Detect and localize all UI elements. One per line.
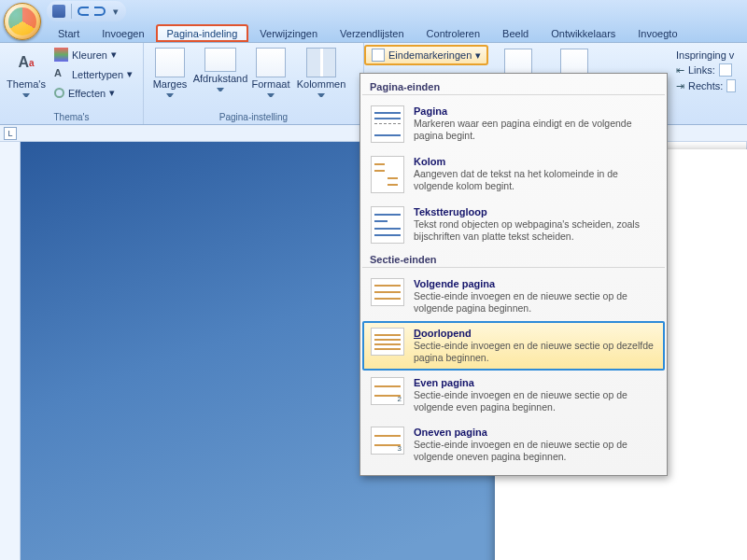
- office-button[interactable]: [4, 3, 41, 40]
- menu-item-even-pagina[interactable]: 2 Even paginaSectie-einde invoegen en de…: [362, 371, 665, 420]
- tab-ontwikkelaars[interactable]: Ontwikkelaars: [540, 24, 627, 42]
- textwrap-break-icon: [371, 206, 404, 244]
- fonts-icon: A: [54, 67, 68, 81]
- indent-header: Inspringing v: [676, 49, 736, 61]
- column-break-icon: [371, 156, 404, 193]
- margins-icon: [155, 48, 185, 77]
- group-inspringing: Inspringing v ⇤Links: ⇥Rechts:: [669, 43, 747, 94]
- redo-icon[interactable]: [94, 7, 106, 16]
- title-bar: ▾: [0, 0, 747, 22]
- tab-verzendlijsten[interactable]: Verzendlijsten: [329, 24, 416, 42]
- size-icon: [256, 48, 286, 77]
- tab-controleren[interactable]: Controleren: [416, 24, 491, 42]
- menu-item-pagina[interactable]: PaginaMarkeren waar een pagina eindigt e…: [362, 99, 665, 149]
- menu-item-oneven-pagina[interactable]: 3 Oneven paginaSectie-einde invoegen en …: [362, 420, 665, 469]
- kolommen-button[interactable]: Kolommen: [295, 46, 347, 103]
- marges-button[interactable]: Marges: [149, 46, 190, 103]
- group-pagina-instelling: Marges Afdrukstand Formaat Kolommen Pagi…: [144, 43, 364, 124]
- group-label-pagina: Pagina-instelling: [149, 110, 358, 122]
- indent-rechts[interactable]: ⇥Rechts:: [676, 79, 736, 92]
- themes-icon: Aa: [11, 48, 41, 77]
- kleuren-button[interactable]: Kleuren ▾: [50, 46, 136, 63]
- group-themas: Aa Thema's Kleuren ▾ ALettertypen ▾ Effe…: [0, 43, 144, 124]
- tab-invoegtoepassingen[interactable]: Invoegto: [627, 24, 688, 42]
- doorlopend-label: oorlopend: [421, 328, 472, 339]
- ribbon-tabs: Start Invoegen Pagina-indeling Verwijzin…: [0, 22, 747, 43]
- qat-customize-dropdown[interactable]: ▾: [111, 5, 120, 18]
- indent-links[interactable]: ⇤Links:: [676, 63, 736, 77]
- tab-verwijzingen[interactable]: Verwijzingen: [248, 24, 329, 42]
- afdrukstand-button[interactable]: Afdrukstand: [194, 46, 247, 97]
- even-page-break-icon: 2: [371, 377, 404, 405]
- tab-pagina-indeling[interactable]: Pagina-indeling: [156, 24, 249, 42]
- vertical-ruler[interactable]: [0, 142, 21, 560]
- group-label-themas: Thema's: [6, 110, 137, 122]
- undo-icon[interactable]: [78, 7, 89, 16]
- menu-item-tekstterugloop[interactable]: TekstterugloopTekst rond objecten op web…: [362, 200, 665, 250]
- eindemarkeringen-highlight: Eindemarkeringen ▾: [364, 45, 488, 65]
- columns-icon: [306, 48, 336, 77]
- breaks-icon: [372, 49, 385, 62]
- menu-header-section-breaks: Sectie-einden: [362, 250, 665, 268]
- breaks-menu: Pagina-einden PaginaMarkeren waar een pa…: [359, 73, 668, 476]
- tab-beeld[interactable]: Beeld: [491, 24, 540, 42]
- odd-page-break-icon: 3: [371, 427, 404, 455]
- themas-button[interactable]: Aa Thema's: [6, 46, 47, 103]
- lettertypen-button[interactable]: ALettertypen ▾: [50, 65, 136, 83]
- save-icon[interactable]: [52, 5, 65, 18]
- effecten-button[interactable]: Effecten ▾: [50, 85, 136, 101]
- page-break-icon: [371, 105, 404, 143]
- menu-item-volgende-pagina[interactable]: Volgende paginaSectie-einde invoegen en …: [362, 272, 665, 321]
- orientation-icon: [204, 48, 236, 72]
- menu-item-kolom[interactable]: KolomAangeven dat de tekst na het kolome…: [362, 149, 665, 200]
- menu-item-doorlopend[interactable]: DoorlopendSectie-einde invoegen en de ni…: [362, 321, 665, 371]
- continuous-break-icon: [371, 328, 404, 356]
- tab-invoegen[interactable]: Invoegen: [91, 24, 155, 42]
- colors-icon: [54, 48, 68, 62]
- effects-icon: [54, 88, 64, 98]
- eindemarkeringen-button[interactable]: Eindemarkeringen ▾: [366, 47, 486, 63]
- tab-start[interactable]: Start: [47, 24, 91, 42]
- formaat-button[interactable]: Formaat: [250, 46, 291, 103]
- tab-selector[interactable]: L: [4, 127, 17, 140]
- next-page-break-icon: [371, 278, 404, 306]
- quick-access-toolbar: ▾: [47, 1, 126, 21]
- qat-separator: [71, 4, 72, 19]
- menu-header-page-breaks: Pagina-einden: [362, 77, 665, 95]
